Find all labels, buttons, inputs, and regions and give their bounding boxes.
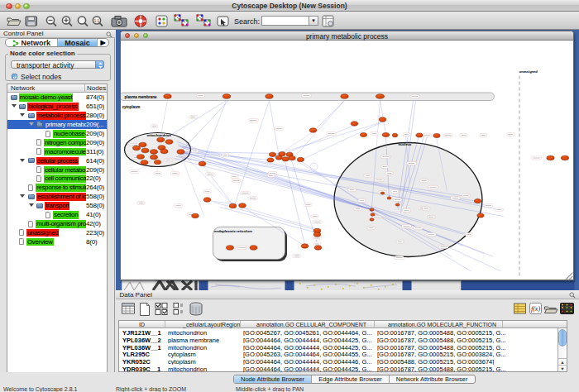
svg-text:plasma membrane: plasma membrane <box>125 94 157 98</box>
svg-text:f(x): f(x) <box>530 305 539 313</box>
svg-text:1:1: 1:1 <box>94 19 100 23</box>
svg-text:nucleus: nucleus <box>399 142 413 146</box>
svg-text:endoplasmic reticulum: endoplasmic reticulum <box>214 228 252 232</box>
svg-text:cytoplasm: cytoplasm <box>122 105 141 109</box>
svg-text:unassigned: unassigned <box>519 69 538 74</box>
svg-text:mitochondrion: mitochondrion <box>147 132 172 136</box>
